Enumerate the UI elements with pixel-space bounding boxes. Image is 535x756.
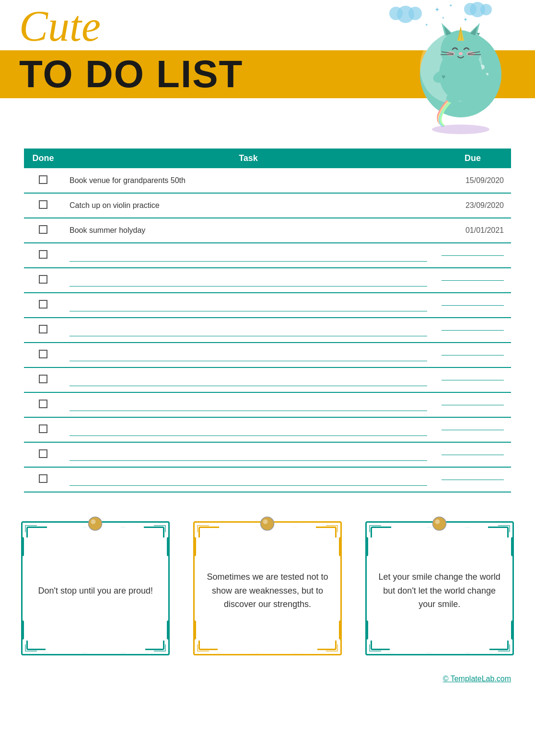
table-row	[24, 343, 511, 367]
table-row	[24, 417, 511, 442]
deco-left-bottom-1	[21, 620, 24, 640]
due-cell-10	[434, 417, 511, 442]
svg-point-42	[446, 93, 461, 103]
due-cell-6	[434, 318, 511, 343]
svg-text:✦: ✦	[442, 16, 445, 20]
deco-left-bottom-3	[365, 620, 368, 640]
due-cell-4	[434, 268, 511, 293]
task-cell-6	[62, 318, 434, 343]
scribble-tr-2	[326, 525, 338, 532]
scribble-tr-3	[498, 525, 510, 532]
deco-right-bottom-1	[167, 620, 170, 640]
svg-point-5	[480, 4, 492, 15]
checkbox-cell-4	[24, 268, 62, 293]
deco-bottom-left-1	[26, 641, 46, 650]
table-row	[24, 268, 511, 293]
checkbox-6[interactable]	[39, 325, 47, 333]
task-cell-7	[62, 343, 434, 367]
table-row: Book summer holyday01/01/2021	[24, 218, 511, 243]
svg-text:✦: ✦	[449, 3, 453, 8]
deco-right-bottom-3	[511, 620, 514, 640]
table-row	[24, 293, 511, 318]
svg-point-34	[466, 51, 475, 56]
checkbox-cell-10	[24, 417, 62, 442]
due-cell-7	[434, 343, 511, 367]
svg-point-2	[408, 7, 422, 20]
checkbox-7[interactable]	[39, 350, 47, 358]
task-cell-3	[62, 243, 434, 268]
due-cell-1: 23/09/2020	[434, 193, 511, 218]
deco-bottom-right-2	[317, 641, 337, 650]
scribble-tl-3	[369, 525, 381, 532]
checkbox-5[interactable]	[39, 300, 47, 309]
notes-section: Don't stop until you are proud! Sometime…	[0, 502, 535, 670]
checkbox-1[interactable]	[39, 200, 47, 209]
checkbox-4[interactable]	[39, 275, 47, 284]
deco-right-bottom-2	[339, 620, 342, 640]
due-cell-12	[434, 467, 511, 492]
deco-bottom-right-1	[145, 641, 164, 650]
header-due: Due	[434, 149, 511, 168]
task-cell-11	[62, 442, 434, 467]
svg-text:✦: ✦	[425, 23, 429, 27]
checkbox-cell-2	[24, 218, 62, 243]
deco-left-top-1	[21, 537, 24, 556]
checkbox-11[interactable]	[39, 449, 47, 458]
svg-text:♥: ♥	[442, 73, 445, 80]
svg-text:✦: ✦	[434, 6, 440, 13]
deco-bottom-right-3	[489, 641, 509, 650]
svg-point-35	[459, 52, 463, 55]
table-row	[24, 392, 511, 417]
deco-right-top-2	[339, 537, 342, 556]
checkbox-10[interactable]	[39, 424, 47, 433]
checkbox-3[interactable]	[39, 250, 47, 259]
due-cell-3	[434, 243, 511, 268]
deco-right-top-1	[167, 537, 170, 556]
scribble-bottom-3	[381, 649, 498, 653]
header-illustration: ✦ ✦ ✦ ✦ ✦	[367, 0, 521, 134]
table-row	[24, 442, 511, 467]
checkbox-0[interactable]	[39, 175, 47, 184]
checkbox-cell-3	[24, 243, 62, 268]
due-cell-5	[434, 293, 511, 318]
checkbox-cell-12	[24, 467, 62, 492]
svg-point-4	[464, 3, 477, 15]
note-text-2: Sometimes we are tested not to show are …	[204, 570, 331, 611]
header: Cute TO DO LIST ✦ ✦ ✦ ✦ ✦	[0, 0, 535, 134]
checkbox-cell-0	[24, 168, 62, 193]
checkbox-cell-11	[24, 442, 62, 467]
svg-point-43	[461, 93, 475, 103]
deco-right-top-3	[511, 537, 514, 556]
scribble-top-3	[381, 524, 498, 527]
task-cell-8	[62, 367, 434, 392]
task-cell-9	[62, 392, 434, 417]
checkbox-cell-1	[24, 193, 62, 218]
due-cell-2: 01/01/2021	[434, 218, 511, 243]
task-cell-12	[62, 467, 434, 492]
table-row	[24, 467, 511, 492]
checkbox-8[interactable]	[39, 375, 47, 383]
table-row: Catch up on violin practice23/09/2020	[24, 193, 511, 218]
svg-point-1	[389, 7, 403, 20]
task-cell-10	[62, 417, 434, 442]
due-cell-9	[434, 392, 511, 417]
checkbox-cell-8	[24, 367, 62, 392]
table-header-row: Done Task Due	[24, 149, 511, 168]
checkbox-9[interactable]	[39, 400, 47, 408]
note-card-2: Sometimes we are tested not to show are …	[193, 521, 342, 655]
scribble-top-1	[37, 524, 154, 527]
table-section: Done Task Due Book venue for grandparent…	[0, 134, 535, 502]
svg-text:✦: ✦	[463, 16, 468, 23]
checkbox-2[interactable]	[39, 225, 47, 234]
checkbox-12[interactable]	[39, 474, 47, 483]
checkbox-cell-5	[24, 293, 62, 318]
header-task: Task	[62, 149, 434, 168]
deco-bottom-left-2	[198, 641, 218, 650]
task-cell-5	[62, 293, 434, 318]
due-cell-11	[434, 442, 511, 467]
scribble-tl-2	[197, 525, 209, 532]
scribble-bottom-2	[209, 649, 326, 653]
task-cell-2: Book summer holyday	[62, 218, 434, 243]
scribble-tl-1	[25, 525, 37, 532]
svg-point-33	[446, 51, 455, 56]
